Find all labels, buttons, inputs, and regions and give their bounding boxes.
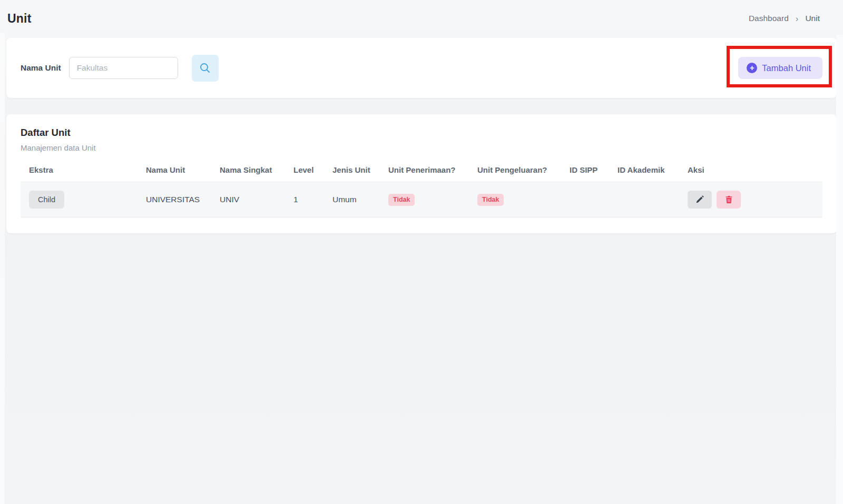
column-header-nama-singkat: Nama Singkat (211, 157, 285, 182)
column-header-unit-penerimaan: Unit Penerimaan? (380, 157, 469, 182)
plus-circle-icon: + (747, 63, 757, 73)
scrollbar-track[interactable] (836, 35, 843, 504)
cell-level: 1 (285, 182, 324, 218)
cell-unit-pengeluaran: Tidak (469, 182, 561, 218)
cell-jenis-unit: Umum (324, 182, 380, 218)
filter-card: Nama Unit + Tambah Unit (6, 38, 837, 98)
breadcrumb-current: Unit (805, 14, 820, 23)
trash-icon (725, 195, 733, 204)
column-header-id-akademik: ID Akademik (609, 157, 679, 182)
cell-ekstra: Child (21, 182, 138, 218)
add-unit-area: + Tambah Unit (738, 57, 822, 79)
child-button[interactable]: Child (29, 191, 64, 209)
search-icon (199, 62, 211, 74)
add-unit-button-label: Tambah Unit (762, 63, 811, 73)
table-header-row: Ekstra Nama Unit Nama Singkat Level Jeni… (21, 157, 822, 182)
cell-aksi (679, 182, 822, 218)
search-button[interactable] (192, 55, 219, 82)
column-header-aksi: Aksi (679, 157, 822, 182)
status-badge: Tidak (477, 194, 504, 206)
nama-unit-input[interactable] (69, 57, 178, 79)
breadcrumb: Dashboard › Unit (749, 14, 820, 23)
unit-table: Ekstra Nama Unit Nama Singkat Level Jeni… (21, 157, 822, 218)
cell-nama-unit: UNIVERSITAS (138, 182, 211, 218)
add-unit-button[interactable]: + Tambah Unit (738, 57, 822, 79)
pencil-icon (695, 195, 704, 204)
breadcrumb-dashboard[interactable]: Dashboard (749, 14, 789, 23)
chevron-right-icon: › (796, 14, 799, 23)
table-row: Child UNIVERSITAS UNIV 1 Umum Tidak Tida… (21, 182, 822, 218)
column-header-level: Level (285, 157, 324, 182)
delete-button[interactable] (717, 191, 741, 209)
nama-unit-label: Nama Unit (21, 63, 61, 73)
cell-id-sipp (561, 182, 609, 218)
column-header-nama-unit: Nama Unit (138, 157, 211, 182)
column-header-unit-pengeluaran: Unit Pengeluaran? (469, 157, 561, 182)
column-header-ekstra: Ekstra (21, 157, 138, 182)
status-badge: Tidak (388, 194, 415, 206)
edit-button[interactable] (688, 191, 712, 209)
page-title: Unit (7, 12, 32, 26)
cell-unit-penerimaan: Tidak (380, 182, 469, 218)
column-header-jenis-unit: Jenis Unit (324, 157, 380, 182)
cell-nama-singkat: UNIV (211, 182, 285, 218)
list-subtitle: Manajemen data Unit (21, 143, 822, 152)
column-header-id-sipp: ID SIPP (561, 157, 609, 182)
page-header: Unit Dashboard › Unit (0, 0, 843, 35)
cell-id-akademik (609, 182, 679, 218)
unit-list-card: Daftar Unit Manajemen data Unit Ekstra N… (6, 114, 837, 233)
list-title: Daftar Unit (21, 127, 822, 139)
